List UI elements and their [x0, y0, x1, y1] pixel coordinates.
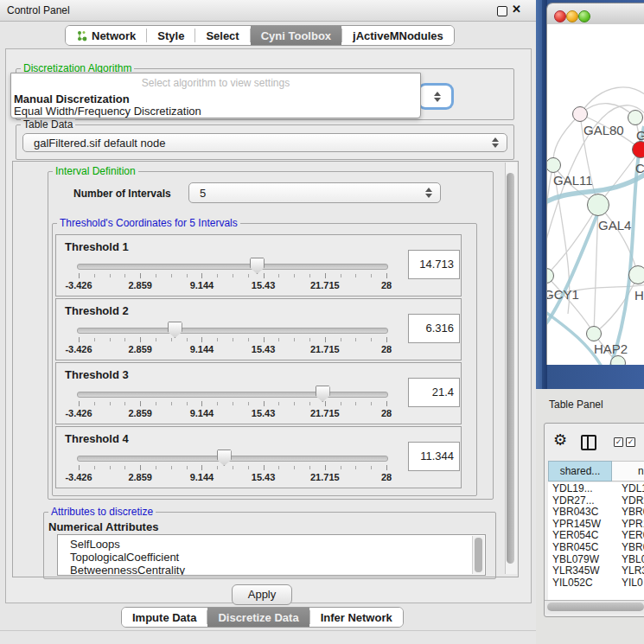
- table-row[interactable]: YBR045CYBR0: [548, 541, 644, 553]
- slider-tick: [341, 274, 341, 277]
- slider-tick: [187, 338, 188, 341]
- threshold-slider[interactable]: -3.4262.8599.14415.4321.71528: [56, 299, 461, 360]
- float-window-icon[interactable]: [497, 6, 507, 16]
- column-header-shared[interactable]: shared...: [548, 461, 612, 481]
- threshold-value-field[interactable]: 14.713: [408, 250, 460, 279]
- algorithm-hint-text: Select algorithm to view settings: [11, 77, 420, 89]
- threshold-slider[interactable]: -3.4262.8599.14415.4321.71528: [56, 363, 461, 424]
- slider-tick: [124, 338, 125, 341]
- attribute-list-item[interactable]: SelfLoops: [70, 538, 120, 551]
- graph-node[interactable]: [628, 110, 643, 125]
- slider-tick: [371, 402, 372, 405]
- threshold-value-field[interactable]: 11.344: [408, 442, 460, 471]
- cell-name: YBR0: [622, 541, 644, 553]
- checkbox-icon[interactable]: ✓: [614, 437, 623, 447]
- close-icon[interactable]: ✕: [512, 3, 521, 16]
- close-light-icon[interactable]: [554, 10, 566, 22]
- tab-jactivemnodules[interactable]: jActiveMNodules: [342, 26, 454, 45]
- scrollbar-thumb[interactable]: [547, 603, 644, 611]
- slider-tick: [94, 274, 95, 277]
- tab-infer-network[interactable]: Infer Network: [310, 608, 403, 627]
- slider-tick: [156, 274, 156, 277]
- column-header-name[interactable]: n: [612, 461, 644, 481]
- number-of-intervals-combobox[interactable]: 5: [188, 182, 441, 203]
- zoom-light-icon[interactable]: [578, 10, 590, 22]
- table-row[interactable]: YBL079WYBL0: [548, 553, 644, 565]
- graph-node[interactable]: [610, 355, 626, 365]
- graph-node[interactable]: [628, 265, 644, 284]
- slider-track[interactable]: [77, 456, 388, 462]
- table-row[interactable]: YPR145WYPR1: [548, 518, 644, 530]
- threshold-row: Threshold 3 -3.4262.8599.14415.4321.7152…: [55, 362, 462, 424]
- scrollbar-thumb[interactable]: [507, 173, 514, 564]
- graph-node[interactable]: [586, 326, 602, 341]
- cell-name: YBR0: [622, 506, 644, 518]
- slider-tick: [79, 273, 80, 278]
- slider-tick-label: 2.859: [114, 344, 166, 354]
- slider-tick: [341, 402, 341, 405]
- slider-tick: [325, 273, 326, 278]
- slider-tick-label: 2.859: [114, 472, 166, 482]
- slider-tick-label: 9.144: [175, 344, 227, 354]
- tab-network[interactable]: Network: [66, 26, 146, 45]
- slider-track[interactable]: [77, 392, 388, 398]
- table-row[interactable]: YER054CYER0: [548, 529, 644, 541]
- numerical-attributes-list[interactable]: SelfLoopsTopologicalCoefficientBetweenne…: [57, 534, 486, 576]
- cell-name: YDR2: [622, 494, 644, 507]
- slider-tick: [371, 466, 372, 469]
- slider-tick: [325, 401, 326, 406]
- graph-node[interactable]: [572, 106, 588, 122]
- slider-track[interactable]: [77, 264, 388, 270]
- graph-node[interactable]: [587, 194, 609, 216]
- table-row[interactable]: YLR345WYLR3: [548, 564, 644, 577]
- threshold-value-field[interactable]: 6.316: [408, 314, 460, 343]
- slider-thumb[interactable]: [316, 386, 330, 402]
- gear-icon[interactable]: ⚙: [553, 432, 567, 448]
- slider-tick: [264, 273, 265, 278]
- scrollbar-thumb[interactable]: [475, 538, 482, 572]
- table-row[interactable]: YIL052CYIL0: [548, 577, 644, 589]
- slider-tick-label: 15.43: [238, 472, 290, 482]
- table-row[interactable]: YDL19...YDL1: [548, 482, 644, 494]
- threshold-slider[interactable]: -3.4262.8599.14415.4321.71528: [56, 235, 461, 296]
- slider-track[interactable]: [77, 328, 388, 334]
- slider-tick: [94, 402, 95, 405]
- number-of-intervals-value: 5: [200, 187, 206, 200]
- attribute-list-item[interactable]: TopologicalCoefficient: [70, 551, 179, 564]
- minimize-light-icon[interactable]: [566, 10, 578, 22]
- tab-style[interactable]: Style: [147, 26, 194, 45]
- tab-impute-data[interactable]: Impute Data: [122, 608, 207, 627]
- threshold-slider[interactable]: -3.4262.8599.14415.4321.71528: [56, 427, 461, 488]
- algorithm-option[interactable]: Manual Discretization: [14, 92, 130, 105]
- cell-name: YLR3: [622, 564, 644, 577]
- table-row[interactable]: YBR043CYBR0: [548, 506, 644, 518]
- tab-cyni-toolbox[interactable]: Cyni Toolbox: [251, 26, 341, 45]
- table-data-combobox[interactable]: galFiltered.sif default node: [22, 133, 507, 152]
- attribute-list-item[interactable]: BetweennessCentrality: [70, 564, 185, 576]
- column-layout-icon[interactable]: [581, 435, 596, 450]
- table-row[interactable]: YDR27...YDR2: [548, 494, 644, 507]
- algorithm-combobox-stepper[interactable]: [420, 86, 451, 107]
- slider-thumb[interactable]: [168, 322, 182, 338]
- network-window-titlebar: [547, 3, 644, 25]
- algorithm-option[interactable]: Equal Width/Frequency Discretization: [14, 105, 201, 118]
- tab-discretize-data[interactable]: Discretize Data: [207, 608, 309, 627]
- slider-tick: [217, 274, 218, 277]
- list-vertical-scrollbar[interactable]: [472, 536, 484, 574]
- table-horizontal-scrollbar[interactable]: [545, 600, 644, 614]
- graph-node[interactable]: [632, 141, 644, 158]
- threshold-row: Threshold 4 -3.4262.8599.14415.4321.7152…: [55, 426, 462, 488]
- apply-button[interactable]: Apply: [232, 584, 292, 605]
- network-canvas[interactable]: GAL80GCGAL11GAL4GCY1HHAP2: [547, 24, 644, 365]
- checkbox-icon[interactable]: ✓: [626, 437, 635, 447]
- cell-shared-name: YPR145W: [552, 518, 601, 530]
- threshold-value-field[interactable]: 21.4: [408, 378, 460, 407]
- tab-select[interactable]: Select: [195, 26, 249, 45]
- slider-thumb[interactable]: [250, 258, 265, 274]
- slider-tick: [278, 466, 279, 469]
- slider-tick: [341, 338, 341, 341]
- slider-tick: [79, 337, 80, 342]
- slider-tick: [94, 338, 95, 341]
- slider-tick: [355, 466, 356, 469]
- slider-thumb[interactable]: [217, 450, 232, 466]
